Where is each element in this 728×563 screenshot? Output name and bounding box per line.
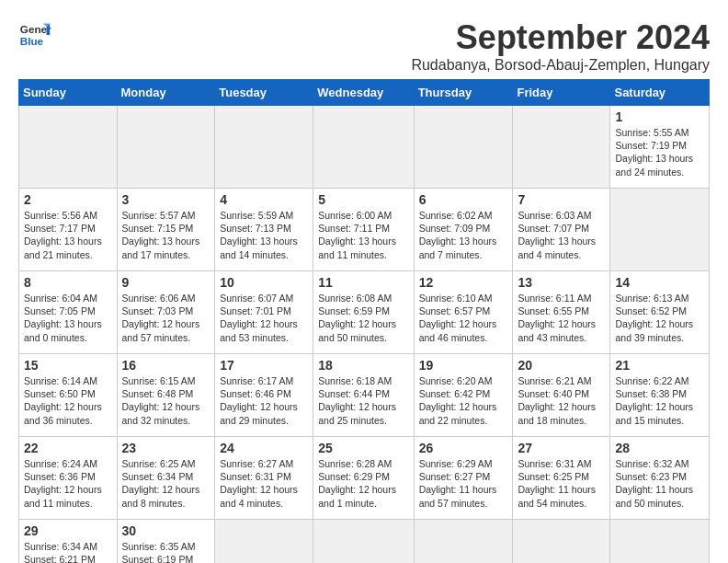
day-cell-17: 17Sunrise: 6:17 AMSunset: 6:46 PMDayligh… bbox=[215, 354, 313, 437]
day-info: Sunrise: 5:57 AMSunset: 7:15 PMDaylight:… bbox=[122, 209, 210, 261]
day-info: Sunrise: 6:07 AMSunset: 7:01 PMDaylight:… bbox=[220, 292, 308, 344]
day-cell-15: 15Sunrise: 6:14 AMSunset: 6:50 PMDayligh… bbox=[19, 354, 118, 437]
day-info: Sunrise: 6:00 AMSunset: 7:11 PMDaylight:… bbox=[318, 209, 408, 261]
day-number: 8 bbox=[24, 275, 112, 290]
day-number: 29 bbox=[24, 523, 112, 538]
day-cell-16: 16Sunrise: 6:15 AMSunset: 6:48 PMDayligh… bbox=[117, 354, 215, 437]
day-info: Sunrise: 6:25 AMSunset: 6:34 PMDaylight:… bbox=[122, 457, 210, 510]
header-cell-sunday: Sunday bbox=[19, 80, 118, 106]
day-number: 25 bbox=[318, 441, 408, 455]
header-cell-monday: Monday bbox=[117, 80, 215, 106]
week-row-3: 8Sunrise: 6:04 AMSunset: 7:05 PMDaylight… bbox=[19, 271, 710, 354]
day-cell-12: 12Sunrise: 6:10 AMSunset: 6:57 PMDayligh… bbox=[414, 271, 513, 354]
day-info: Sunrise: 6:08 AMSunset: 6:59 PMDaylight:… bbox=[318, 292, 408, 344]
day-number: 22 bbox=[24, 441, 112, 455]
week-row-4: 15Sunrise: 6:14 AMSunset: 6:50 PMDayligh… bbox=[19, 354, 710, 437]
day-info: Sunrise: 6:22 AMSunset: 6:38 PMDaylight:… bbox=[615, 374, 704, 427]
day-info: Sunrise: 6:31 AMSunset: 6:25 PMDaylight:… bbox=[518, 457, 605, 510]
day-cell-11: 11Sunrise: 6:08 AMSunset: 6:59 PMDayligh… bbox=[313, 271, 414, 354]
day-info: Sunrise: 6:13 AMSunset: 6:52 PMDaylight:… bbox=[615, 292, 704, 344]
header-cell-tuesday: Tuesday bbox=[215, 80, 313, 106]
day-number: 24 bbox=[220, 441, 308, 455]
day-cell-10: 10Sunrise: 6:07 AMSunset: 7:01 PMDayligh… bbox=[215, 271, 313, 354]
day-number: 23 bbox=[122, 441, 210, 455]
day-info: Sunrise: 6:17 AMSunset: 6:46 PMDaylight:… bbox=[220, 374, 308, 427]
day-number: 12 bbox=[419, 275, 508, 290]
day-cell-21: 21Sunrise: 6:22 AMSunset: 6:38 PMDayligh… bbox=[610, 354, 710, 437]
empty-cell bbox=[414, 106, 513, 189]
empty-cell bbox=[513, 520, 610, 564]
week-row-1: 1Sunrise: 5:55 AMSunset: 7:19 PMDaylight… bbox=[19, 106, 710, 189]
week-row-5: 22Sunrise: 6:24 AMSunset: 6:36 PMDayligh… bbox=[19, 437, 710, 520]
day-cell-2: 2Sunrise: 5:56 AMSunset: 7:17 PMDaylight… bbox=[19, 189, 118, 271]
day-cell-4: 4Sunrise: 5:59 AMSunset: 7:13 PMDaylight… bbox=[215, 189, 313, 271]
day-cell-28: 28Sunrise: 6:32 AMSunset: 6:23 PMDayligh… bbox=[610, 437, 710, 520]
day-info: Sunrise: 6:11 AMSunset: 6:55 PMDaylight:… bbox=[518, 292, 605, 344]
day-cell-13: 13Sunrise: 6:11 AMSunset: 6:55 PMDayligh… bbox=[513, 271, 610, 354]
day-number: 4 bbox=[220, 192, 308, 207]
day-info: Sunrise: 5:59 AMSunset: 7:13 PMDaylight:… bbox=[220, 209, 308, 261]
logo: General Blue bbox=[18, 18, 51, 52]
day-number: 2 bbox=[24, 192, 112, 207]
day-number: 16 bbox=[122, 358, 210, 373]
day-info: Sunrise: 5:56 AMSunset: 7:17 PMDaylight:… bbox=[24, 209, 112, 261]
day-number: 10 bbox=[220, 275, 308, 290]
day-info: Sunrise: 6:02 AMSunset: 7:09 PMDaylight:… bbox=[419, 209, 508, 261]
svg-text:Blue: Blue bbox=[20, 35, 44, 47]
empty-cell bbox=[19, 106, 118, 189]
day-info: Sunrise: 6:34 AMSunset: 6:21 PMDaylight:… bbox=[24, 540, 112, 563]
day-number: 27 bbox=[518, 441, 605, 455]
day-number: 21 bbox=[615, 358, 704, 373]
empty-cell bbox=[610, 189, 710, 271]
empty-cell bbox=[513, 106, 610, 189]
empty-cell bbox=[215, 520, 313, 564]
calendar-table: SundayMondayTuesdayWednesdayThursdayFrid… bbox=[18, 79, 710, 563]
day-cell-3: 3Sunrise: 5:57 AMSunset: 7:15 PMDaylight… bbox=[117, 189, 215, 271]
day-number: 26 bbox=[419, 441, 508, 455]
day-info: Sunrise: 6:20 AMSunset: 6:42 PMDaylight:… bbox=[419, 374, 508, 427]
day-info: Sunrise: 6:03 AMSunset: 7:07 PMDaylight:… bbox=[518, 209, 605, 261]
day-cell-22: 22Sunrise: 6:24 AMSunset: 6:36 PMDayligh… bbox=[19, 437, 118, 520]
day-cell-26: 26Sunrise: 6:29 AMSunset: 6:27 PMDayligh… bbox=[414, 437, 513, 520]
day-number: 7 bbox=[518, 192, 605, 207]
day-info: Sunrise: 6:04 AMSunset: 7:05 PMDaylight:… bbox=[24, 292, 112, 344]
month-title: September 2024 bbox=[411, 18, 710, 57]
empty-cell bbox=[313, 106, 414, 189]
day-info: Sunrise: 6:29 AMSunset: 6:27 PMDaylight:… bbox=[419, 457, 508, 510]
title-area: September 2024 Rudabanya, Borsod-Abauj-Z… bbox=[411, 18, 710, 74]
day-cell-29: 29Sunrise: 6:34 AMSunset: 6:21 PMDayligh… bbox=[19, 520, 118, 564]
day-number: 20 bbox=[518, 358, 605, 373]
day-cell-9: 9Sunrise: 6:06 AMSunset: 7:03 PMDaylight… bbox=[117, 271, 215, 354]
day-number: 18 bbox=[318, 358, 408, 373]
day-number: 19 bbox=[419, 358, 508, 373]
header-row: SundayMondayTuesdayWednesdayThursdayFrid… bbox=[19, 80, 710, 106]
page-header: General Blue September 2024 Rudabanya, B… bbox=[18, 18, 710, 74]
day-number: 6 bbox=[419, 192, 508, 207]
header-cell-thursday: Thursday bbox=[414, 80, 513, 106]
day-info: Sunrise: 6:10 AMSunset: 6:57 PMDaylight:… bbox=[419, 292, 508, 344]
day-cell-7: 7Sunrise: 6:03 AMSunset: 7:07 PMDaylight… bbox=[513, 189, 610, 271]
day-number: 11 bbox=[318, 275, 408, 290]
week-row-6: 29Sunrise: 6:34 AMSunset: 6:21 PMDayligh… bbox=[19, 520, 710, 564]
day-cell-25: 25Sunrise: 6:28 AMSunset: 6:29 PMDayligh… bbox=[313, 437, 414, 520]
day-cell-14: 14Sunrise: 6:13 AMSunset: 6:52 PMDayligh… bbox=[610, 271, 710, 354]
day-number: 30 bbox=[122, 523, 210, 538]
day-info: Sunrise: 5:55 AMSunset: 7:19 PMDaylight:… bbox=[615, 126, 704, 178]
day-info: Sunrise: 6:28 AMSunset: 6:29 PMDaylight:… bbox=[318, 457, 408, 510]
day-info: Sunrise: 6:14 AMSunset: 6:50 PMDaylight:… bbox=[24, 374, 112, 427]
day-number: 3 bbox=[122, 192, 210, 207]
day-number: 13 bbox=[518, 275, 605, 290]
day-info: Sunrise: 6:24 AMSunset: 6:36 PMDaylight:… bbox=[24, 457, 112, 510]
day-number: 1 bbox=[615, 109, 704, 124]
day-cell-27: 27Sunrise: 6:31 AMSunset: 6:25 PMDayligh… bbox=[513, 437, 610, 520]
day-info: Sunrise: 6:32 AMSunset: 6:23 PMDaylight:… bbox=[615, 457, 704, 510]
day-cell-20: 20Sunrise: 6:21 AMSunset: 6:40 PMDayligh… bbox=[513, 354, 610, 437]
day-cell-19: 19Sunrise: 6:20 AMSunset: 6:42 PMDayligh… bbox=[414, 354, 513, 437]
day-info: Sunrise: 6:15 AMSunset: 6:48 PMDaylight:… bbox=[122, 374, 210, 427]
day-cell-8: 8Sunrise: 6:04 AMSunset: 7:05 PMDaylight… bbox=[19, 271, 118, 354]
empty-cell bbox=[117, 106, 215, 189]
day-cell-23: 23Sunrise: 6:25 AMSunset: 6:34 PMDayligh… bbox=[117, 437, 215, 520]
header-cell-saturday: Saturday bbox=[610, 80, 710, 106]
day-info: Sunrise: 6:27 AMSunset: 6:31 PMDaylight:… bbox=[220, 457, 308, 510]
day-number: 14 bbox=[615, 275, 704, 290]
